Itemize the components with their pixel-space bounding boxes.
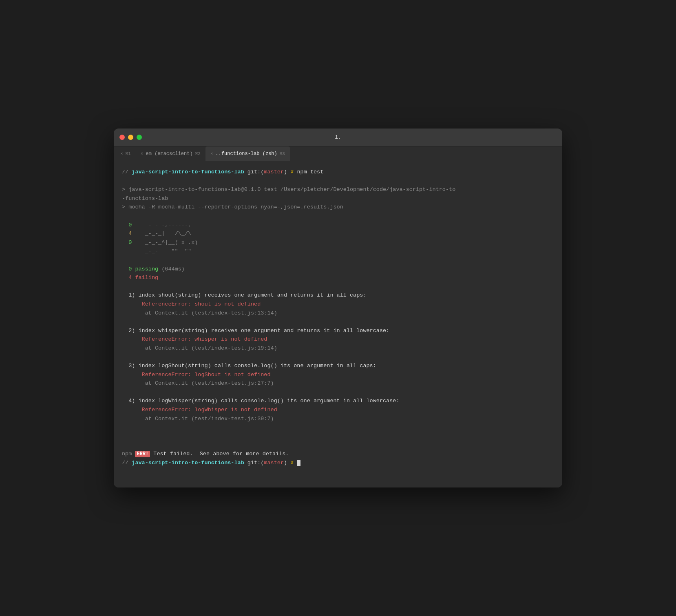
tab-close-icon[interactable]: × — [210, 151, 213, 156]
git-label-2: git:( — [244, 460, 264, 466]
test-2-desc: 2) index whisper(string) receives one ar… — [122, 326, 554, 335]
test-2-at: at Context.it (test/index-test.js:19:14) — [122, 344, 554, 353]
tab-cmd: ⌘3 — [280, 151, 285, 156]
window-title: 1. — [335, 134, 341, 140]
test-3-err: ReferenceError: logShout is not defined — [122, 370, 554, 379]
maximize-button[interactable] — [137, 135, 142, 140]
failing-count: 4 failing — [122, 275, 158, 281]
test-3-at-text: at Context.it (test/index-test.js:27:7) — [122, 380, 274, 386]
test-2-at-text: at Context.it (test/index-test.js:19:14) — [122, 345, 277, 351]
test-4-at-text: at Context.it (test/index-test.js:39:7) — [122, 416, 274, 422]
terminal-window: 1. × ⌘1 × em (emacsclient) ⌘2 × ..functi… — [114, 129, 562, 487]
prompt-line-2: // java-script-intro-to-functions-lab gi… — [122, 459, 554, 468]
test-4-num: 4) index logWhisper(string) calls consol… — [122, 398, 400, 404]
failing-line: 4 failing — [122, 273, 554, 282]
git-branch-2: master — [264, 460, 284, 466]
npm-output-2: -functions-lab — [122, 194, 554, 203]
nyan-art-1: _-_-_-,------, — [132, 222, 191, 228]
npm-err-badge: ERR! — [135, 451, 150, 457]
tab-close-icon[interactable]: × — [120, 151, 123, 156]
blank-8 — [122, 423, 554, 432]
blank-6 — [122, 352, 554, 361]
tab-cmd: ⌘1 — [126, 151, 131, 156]
blank-5 — [122, 317, 554, 326]
passing-line: 0 passing (644ms) — [122, 265, 554, 274]
terminal-output: // java-script-intro-to-functions-lab gi… — [114, 161, 562, 487]
git-branch: master — [264, 169, 284, 175]
npm-output-3: > mocha -R mocha-multi --reporter-option… — [122, 203, 554, 212]
npm-out-text3: > mocha -R mocha-multi --reporter-option… — [122, 204, 343, 210]
tab-1[interactable]: × ⌘1 — [115, 146, 136, 161]
traffic-lights — [119, 135, 142, 140]
test-1-desc: 1) index shout(string) receives one argu… — [122, 291, 554, 300]
test-2-refErr: ReferenceError: whisper is not defined — [122, 336, 267, 342]
dir-name: java-script-intro-to-functions-lab — [132, 169, 244, 175]
tab-label: em (emacsclient) — [146, 151, 192, 157]
blank-3 — [122, 256, 554, 265]
test-4-err: ReferenceError: logWhisper is not define… — [122, 405, 554, 414]
test-2-err: ReferenceError: whisper is not defined — [122, 335, 554, 344]
prompt-prefix: // — [122, 169, 132, 175]
git-label: git:( — [244, 169, 264, 175]
npm-out-text2: -functions-lab — [122, 195, 168, 202]
nyan-art-3: _-_-_^|__( x .x) — [132, 239, 198, 246]
git-close-2: ) — [284, 460, 290, 466]
blank-7 — [122, 388, 554, 397]
nyan-line-1: 0 _-_-_-,------, — [122, 221, 554, 230]
close-button[interactable] — [119, 135, 125, 140]
blank-2 — [122, 212, 554, 221]
nyan-count-0a: 0 — [122, 222, 132, 228]
nyan-line-2: 4 _-_-_| /\_/\ — [122, 229, 554, 238]
tab-close-icon[interactable]: × — [141, 151, 144, 156]
nyan-art-4: _-_- "" "" — [122, 248, 191, 254]
npm-cmd: npm test — [294, 169, 323, 175]
test-3-desc: 3) index logShout(string) calls console.… — [122, 361, 554, 370]
tab-functions-lab[interactable]: × ..functions-lab (zsh) ⌘3 — [205, 146, 290, 161]
tab-label: ..functions-lab (zsh) — [216, 151, 277, 157]
prompt-prefix-2: // — [122, 460, 132, 466]
tab-cmd: ⌘2 — [195, 151, 201, 156]
nyan-line-3: 0 _-_-_^|__( x .x) — [122, 238, 554, 247]
test-3-at: at Context.it (test/index-test.js:27:7) — [122, 379, 554, 388]
test-1-err: ReferenceError: shout is not defined — [122, 300, 554, 309]
nyan-count-4: 4 — [122, 230, 132, 237]
tab-emacsclient[interactable]: × em (emacsclient) ⌘2 — [136, 146, 205, 161]
cursor — [297, 460, 300, 466]
npm-err-text: Test failed. See above for more details. — [150, 451, 289, 457]
nyan-line-4: _-_- "" "" — [122, 247, 554, 256]
prompt-line-1: // java-script-intro-to-functions-lab gi… — [122, 168, 554, 177]
dir-name-2: java-script-intro-to-functions-lab — [132, 460, 244, 466]
test-2-num: 2) index whisper(string) receives one ar… — [122, 328, 389, 334]
test-1-at-text: at Context.it (test/index-test.js:13:14) — [122, 310, 277, 316]
blank-9 — [122, 432, 554, 441]
git-close: ) — [284, 169, 290, 175]
test-4-at: at Context.it (test/index-test.js:39:7) — [122, 414, 554, 423]
npm-out-text: > java-script-intro-to-functions-lab@0.1… — [122, 186, 455, 193]
test-1-at: at Context.it (test/index-test.js:13:14) — [122, 309, 554, 318]
npm-output-1: > java-script-intro-to-functions-lab@0.1… — [122, 185, 554, 194]
npm-err-line: npm ERR! Test failed. See above for more… — [122, 450, 554, 459]
test-4-refErr: ReferenceError: logWhisper is not define… — [122, 407, 277, 413]
blank-1 — [122, 177, 554, 186]
cursor-area — [294, 460, 297, 466]
title-bar: 1. — [114, 129, 562, 146]
test-1-refErr: ReferenceError: shout is not defined — [122, 301, 261, 307]
passing-time: (644ms) — [158, 266, 185, 272]
blank-10 — [122, 441, 554, 450]
test-4-desc: 4) index logWhisper(string) calls consol… — [122, 397, 554, 405]
minimize-button[interactable] — [128, 135, 133, 140]
nyan-count-0b: 0 — [122, 239, 132, 246]
blank-4 — [122, 282, 554, 291]
npm-label: npm — [122, 451, 135, 457]
test-3-num: 3) index logShout(string) calls console.… — [122, 363, 376, 369]
test-1-num: 1) index shout(string) receives one argu… — [122, 292, 367, 298]
nyan-art-2: _-_-_| /\_/\ — [132, 230, 191, 237]
tab-bar: × ⌘1 × em (emacsclient) ⌘2 × ..functions… — [114, 146, 562, 161]
test-3-refErr: ReferenceError: logShout is not defined — [122, 372, 271, 378]
passing-count: 0 passing — [122, 266, 158, 272]
